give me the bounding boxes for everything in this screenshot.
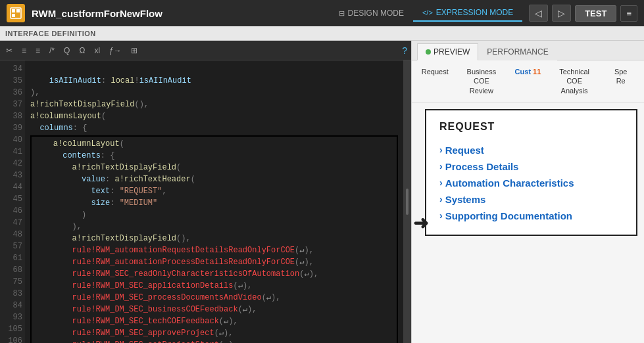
undo-button[interactable]: ◁: [529, 5, 548, 22]
design-mode-btn[interactable]: ⊟ DESIGN MODE: [330, 5, 413, 22]
toolbar-cut-icon[interactable]: ✂: [4, 45, 14, 57]
interface-bar-label: INTERFACE DEFINITION: [5, 30, 96, 37]
col-header-cust[interactable]: Cust 11: [505, 64, 551, 98]
app-title: RWM_custformForNewFlow: [32, 8, 323, 19]
line-numbers: 34 35 36 37 38 39 40 41 42 43 44 45 46 4…: [0, 60, 25, 343]
col-header-technical[interactable]: TechnicalCOEAnalysis: [551, 64, 598, 98]
toolbar-xl-icon[interactable]: xl: [92, 45, 102, 57]
redo-button[interactable]: ▷: [552, 5, 571, 22]
col-header-request[interactable]: Request: [412, 64, 458, 98]
toolbar-omega-icon[interactable]: Ω: [77, 45, 87, 57]
more-button[interactable]: ≡: [620, 5, 637, 22]
app-icon: [7, 4, 25, 22]
help-icon[interactable]: ?: [402, 45, 407, 56]
request-item-supporting[interactable]: › Supporting Documentation: [439, 208, 623, 224]
request-item-request[interactable]: › Request: [439, 142, 623, 158]
tab-performance[interactable]: PERFORMANCE: [478, 43, 557, 60]
col-header-business[interactable]: BusinessCOEReview: [458, 64, 505, 98]
chevron-right-icon: ›: [439, 194, 443, 204]
chevron-right-icon: ›: [439, 161, 443, 172]
toolbar-comment-icon[interactable]: /*: [47, 45, 57, 57]
toolbar-list2-icon[interactable]: ≡: [34, 45, 42, 57]
toolbar-search-icon[interactable]: Q: [62, 45, 72, 57]
code-content[interactable]: isAIInAudit: local!isAIInAudit ), a!rich…: [25, 60, 403, 343]
request-section-title: REQUEST: [439, 121, 623, 133]
right-panel: PREVIEW PERFORMANCE Request BusinessCOER…: [411, 41, 644, 343]
toolbar-func-icon[interactable]: ƒ→: [107, 45, 124, 57]
scrollbar[interactable]: [403, 60, 411, 343]
code-panel: ✂ ≡ ≡ /* Q Ω xl ƒ→ ⊞ ? 34 35 36 37 38 39…: [0, 41, 411, 343]
toolbar-grid-icon[interactable]: ⊞: [129, 45, 139, 57]
design-icon: ⊟: [339, 9, 345, 18]
interface-bar: INTERFACE DEFINITION: [0, 26, 644, 41]
action-buttons: ◁ ▷ TEST ≡: [529, 5, 637, 22]
test-button[interactable]: TEST: [575, 5, 616, 22]
svg-rect-2: [16, 9, 20, 12]
arrow-indicator: ➜: [413, 212, 428, 233]
request-item-process-details[interactable]: › Process Details: [439, 158, 623, 175]
col-header-spe[interactable]: SpeRe: [597, 64, 644, 98]
chevron-right-icon: ›: [439, 145, 443, 155]
expression-mode-btn[interactable]: </> EXPRESSION MODE: [413, 5, 522, 22]
mode-buttons: ⊟ DESIGN MODE </> EXPRESSION MODE: [330, 5, 523, 22]
col-headers: Request BusinessCOEReview Cust 11 Techni…: [412, 60, 644, 103]
preview-content: ➜ REQUEST › Request › Process Details › …: [412, 103, 644, 343]
svg-rect-1: [12, 9, 15, 12]
svg-rect-3: [12, 14, 15, 17]
request-item-automation[interactable]: › Automation Characteristics: [439, 175, 623, 191]
main-area: ✂ ≡ ≡ /* Q Ω xl ƒ→ ⊞ ? 34 35 36 37 38 39…: [0, 41, 644, 343]
expression-icon: </>: [422, 9, 433, 16]
code-area: 34 35 36 37 38 39 40 41 42 43 44 45 46 4…: [0, 60, 411, 343]
request-item-systems[interactable]: › Systems: [439, 191, 623, 208]
tab-dot-icon: [426, 49, 431, 55]
request-box: REQUEST › Request › Process Details › Au…: [425, 109, 637, 236]
chevron-right-icon: ›: [439, 210, 443, 221]
preview-tabs: PREVIEW PERFORMANCE: [412, 41, 644, 60]
toolbar-list1-icon[interactable]: ≡: [20, 45, 28, 57]
tab-preview[interactable]: PREVIEW: [417, 43, 478, 60]
scroll-thumb: [406, 189, 409, 215]
topbar: RWM_custformForNewFlow ⊟ DESIGN MODE </>…: [0, 0, 644, 26]
chevron-right-icon: ›: [439, 177, 443, 188]
toolbar-row: ✂ ≡ ≡ /* Q Ω xl ƒ→ ⊞ ?: [0, 41, 411, 60]
